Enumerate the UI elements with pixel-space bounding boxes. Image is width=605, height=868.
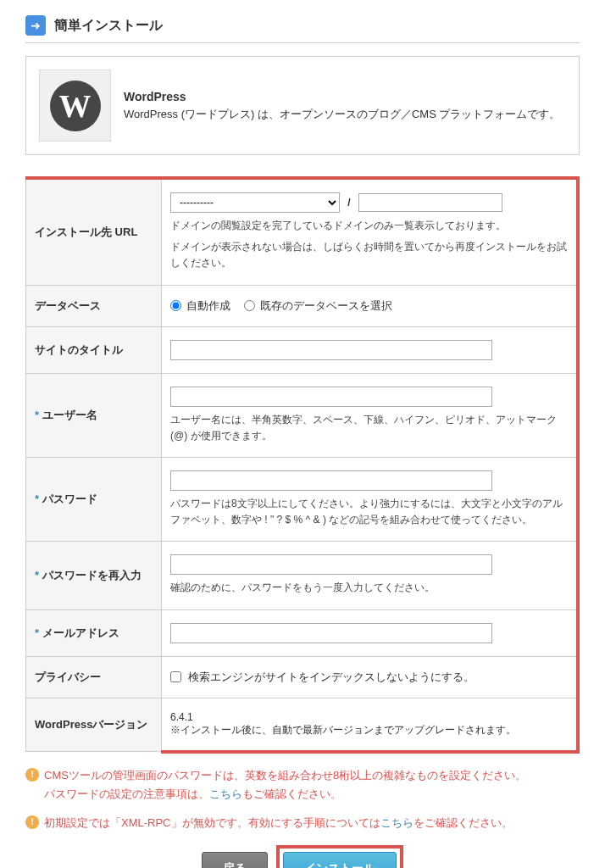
- version-value: 6.4.1: [170, 711, 568, 723]
- install-highlight: インストール: [276, 845, 403, 868]
- app-card: W WordPress WordPress (ワードプレス) は、オープンソース…: [25, 56, 580, 155]
- database-existing-label: 既存のデータベースを選択: [260, 298, 392, 314]
- domain-select[interactable]: ----------: [170, 192, 340, 213]
- button-row: 戻る インストール: [25, 845, 580, 868]
- app-name: WordPress: [124, 90, 560, 103]
- notice1-line1: CMSツールの管理画面のパスワードは、英数を組み合わせ8桁以上の複雑なものを設定…: [44, 769, 526, 782]
- notice2-link[interactable]: こちら: [380, 816, 414, 829]
- url-label: インストール先 URL: [26, 178, 162, 285]
- url-help2: ドメインが表示されない場合は、しばらくお時間を置いてから再度インストールをお試し…: [170, 239, 568, 271]
- database-label: データベース: [26, 285, 162, 326]
- site-title-label: サイトのタイトル: [26, 326, 162, 373]
- password-confirm-label: パスワードを再入力: [26, 542, 162, 609]
- notice1-link[interactable]: こちら: [209, 787, 242, 800]
- notice1-prefix: パスワードの設定の注意事項は、: [44, 787, 209, 800]
- database-existing-radio[interactable]: [244, 300, 255, 311]
- path-separator: /: [347, 197, 350, 209]
- install-icon: ➜: [25, 15, 46, 36]
- privacy-label: プライバシー: [26, 656, 162, 698]
- privacy-checkbox-label: 検索エンジンがサイトをインデックスしないようにする。: [188, 670, 475, 685]
- version-note: ※インストール後に、自動で最新バージョンまでアップグレードされます。: [170, 723, 568, 737]
- password-label: パスワード: [26, 457, 162, 541]
- app-description: WordPress (ワードプレス) は、オープンソースのブログ／CMS プラッ…: [124, 107, 560, 122]
- notice2-prefix: 初期設定では「XML-RPC」が無効です。有効にする手順については: [44, 816, 380, 829]
- notices-section: ! CMSツールの管理画面のパスワードは、英数を組み合わせ8桁以上の複雑なものを…: [25, 766, 580, 832]
- url-help1: ドメインの閲覧設定を完了しているドメインのみ一覧表示しております。: [170, 218, 568, 234]
- password-help: パスワードは8文字以上にしてください。より強力にするには、大文字と小文字のアルフ…: [170, 496, 568, 528]
- database-auto-label: 自動作成: [186, 298, 230, 314]
- page-title: 簡単インストール: [54, 17, 163, 35]
- path-input[interactable]: [358, 193, 502, 212]
- notice2-suffix: をご確認ください。: [414, 816, 513, 829]
- privacy-checkbox[interactable]: [170, 671, 181, 682]
- password-confirm-help: 確認のために、パスワードをもう一度入力してください。: [170, 580, 568, 596]
- notice-xmlrpc: ! 初期設定では「XML-RPC」が無効です。有効にする手順についてはこちらをご…: [25, 814, 580, 832]
- notice-password: ! CMSツールの管理画面のパスワードは、英数を組み合わせ8桁以上の複雑なものを…: [25, 766, 580, 804]
- notice1-suffix: もご確認ください。: [242, 787, 341, 800]
- wordpress-logo: W: [39, 70, 111, 142]
- install-form-table: インストール先 URL ---------- / ドメインの閲覧設定を完了してい…: [25, 176, 580, 754]
- password-input[interactable]: [170, 470, 492, 491]
- username-input[interactable]: [170, 387, 492, 407]
- version-label: WordPressバージョン: [26, 698, 162, 752]
- install-button[interactable]: インストール: [283, 852, 397, 868]
- page-header: ➜ 簡単インストール: [25, 8, 580, 43]
- email-input[interactable]: [170, 623, 492, 643]
- email-label: メールアドレス: [26, 609, 162, 656]
- back-button[interactable]: 戻る: [202, 852, 268, 868]
- site-title-input[interactable]: [170, 340, 492, 360]
- username-help: ユーザー名には、半角英数字、スペース、下線、ハイフン、ピリオド、アットマーク (…: [170, 412, 568, 444]
- username-label: ユーザー名: [26, 373, 162, 457]
- password-confirm-input[interactable]: [170, 554, 492, 575]
- warning-icon: !: [25, 815, 39, 829]
- database-auto-radio[interactable]: [170, 300, 181, 311]
- warning-icon: !: [25, 768, 39, 782]
